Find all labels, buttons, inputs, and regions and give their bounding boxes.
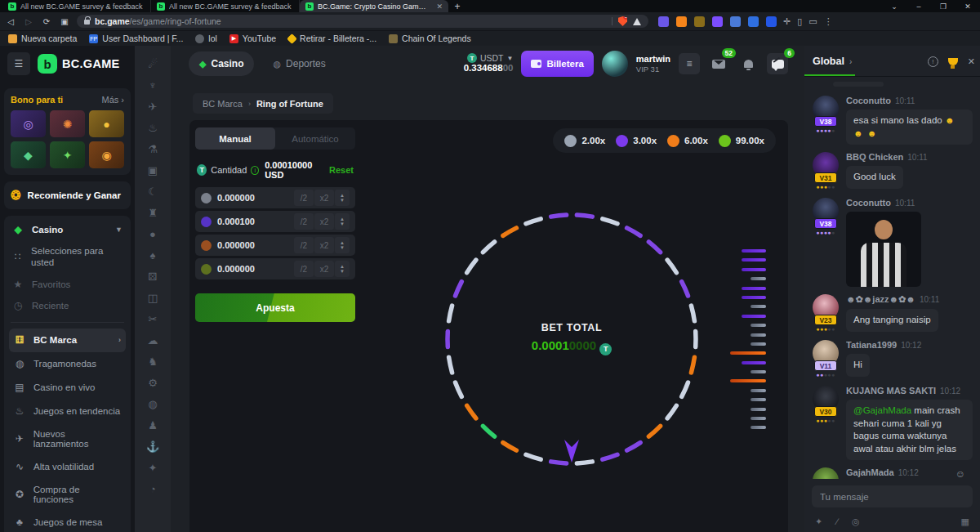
wallet-button[interactable]: Billetera — [521, 51, 593, 77]
sidebar-item-nuevos-lanzamientos[interactable]: ✈Nuevos lanzamientos — [9, 423, 126, 455]
chat-close-icon[interactable]: ✕ — [968, 56, 975, 67]
user-avatar[interactable] — [602, 51, 628, 77]
double-button[interactable]: x2 — [314, 261, 334, 277]
bet-input[interactable]: 0.000000 — [217, 193, 255, 203]
back-icon[interactable]: ◁ — [5, 17, 16, 26]
bookmark-lol[interactable]: lol — [195, 34, 217, 43]
kebab-menu-icon[interactable]: ⋮ — [824, 16, 833, 27]
bonus-tile-piggy[interactable]: ● — [89, 110, 124, 137]
bet-input[interactable]: 0.000000 — [217, 240, 255, 250]
game-shortcut-icon[interactable]: ▣ — [148, 163, 158, 177]
pen-icon[interactable]: ∕ — [836, 516, 838, 526]
rain-icon[interactable]: ✦ — [815, 516, 822, 527]
sidebar-item-favoritos[interactable]: ★ Favoritos — [9, 274, 126, 295]
puzzle-icon[interactable]: ✛ — [783, 16, 791, 27]
game-shortcut-icon[interactable]: ✦ — [149, 461, 158, 475]
browser-tab-1[interactable]: b All new BC.GAME survey & feedback — [2, 0, 151, 12]
sidebar-item-juegos-de-mesa[interactable]: ♣Juegos de mesa — [9, 511, 126, 532]
sidebar-item-casino-en-vivo[interactable]: ▤Casino en vivo — [9, 376, 126, 400]
avatar[interactable] — [813, 467, 839, 479]
tab-manual[interactable]: Manual — [195, 127, 275, 150]
game-shortcut-icon[interactable]: ◫ — [148, 291, 158, 305]
sidebar-toggle-icon[interactable]: ▯ — [797, 16, 802, 27]
game-shortcut-icon[interactable]: ◍ — [148, 397, 157, 411]
info-icon[interactable]: i — [251, 166, 259, 175]
mention[interactable]: @GajahMada — [853, 405, 911, 415]
double-button[interactable]: x2 — [314, 237, 334, 253]
extension-icon[interactable] — [712, 16, 723, 27]
game-shortcut-icon[interactable]: ⚙ — [148, 376, 158, 390]
game-shortcut-icon[interactable]: ♠ — [150, 248, 156, 262]
notifications-button[interactable] — [737, 53, 759, 74]
bcgame-logo[interactable]: b BC.GAME — [38, 54, 120, 74]
bookmark-chain-of-legends[interactable]: Chain Of Legends — [389, 34, 471, 43]
bonus-more-link[interactable]: Más › — [101, 95, 124, 105]
chat-input[interactable] — [812, 485, 973, 507]
game-shortcut-icon[interactable]: ♆ — [149, 78, 157, 92]
minimize-icon[interactable]: – — [906, 2, 931, 11]
bookmark-retirar[interactable]: Retirar - Billetera -... — [288, 34, 376, 43]
browser-tab-2[interactable]: b All new BC.GAME survey & feedback — [151, 0, 300, 12]
half-button[interactable]: /2 — [294, 237, 314, 253]
half-button[interactable]: /2 — [294, 261, 314, 277]
reset-button[interactable]: Reset — [329, 165, 354, 175]
inbox-button[interactable]: 52 — [708, 53, 729, 74]
close-icon[interactable]: ✕ — [956, 2, 980, 11]
extension-icon[interactable] — [658, 16, 669, 27]
chat-room-tab[interactable]: Global — [813, 56, 844, 67]
chevron-right-icon[interactable]: › — [849, 57, 852, 66]
double-button[interactable]: x2 — [314, 213, 334, 230]
game-shortcut-icon[interactable]: ✂ — [149, 312, 158, 326]
browser-menu-icon[interactable]: ⌄ — [882, 2, 906, 11]
sidebar-item-juegos-en-tendencia[interactable]: ♨Juegos en tendencia — [9, 400, 126, 423]
new-tab-button[interactable]: + — [448, 0, 466, 12]
refer-and-earn[interactable]: ❂ Recomiende y Ganar — [4, 181, 131, 209]
extension-icon[interactable] — [694, 16, 705, 27]
chat-toggle-button[interactable]: 6 — [767, 53, 788, 74]
bookmark-user-dashboard[interactable]: FPUser Dashboard | F... — [89, 34, 183, 43]
bonus-tile-coin[interactable]: ◉ — [89, 141, 124, 168]
extension-icon[interactable] — [676, 16, 687, 27]
sidebar-item-compra-de-funciones[interactable]: ✪Compra de funciones — [9, 479, 126, 511]
balance-selector[interactable]: TUSDT▼ 0.33468800 — [464, 53, 514, 74]
trophy-icon[interactable] — [948, 58, 958, 65]
reload-icon[interactable]: ⟳ — [41, 17, 52, 26]
brave-rewards-icon[interactable] — [633, 18, 641, 25]
brave-shield-icon[interactable]: 10 — [618, 16, 627, 26]
wallet-panel-icon[interactable]: ▭ — [808, 16, 817, 27]
game-shortcut-icon[interactable]: ♜ — [148, 206, 158, 220]
game-shortcut-icon[interactable]: ☾ — [148, 185, 158, 199]
bonus-tile-cash[interactable]: ✦ — [50, 141, 85, 168]
sidebar-item-alta-volatilidad[interactable]: ∿Alta volatilidad — [9, 455, 126, 479]
chat-rules-icon[interactable]: ! — [928, 56, 938, 67]
stepper[interactable]: ▲▼ — [335, 213, 350, 230]
game-shortcut-icon[interactable]: ● — [149, 227, 156, 241]
extension-icon[interactable] — [748, 16, 759, 27]
game-shortcut-icon[interactable]: ☁ — [148, 333, 158, 347]
tab-close-icon[interactable]: ✕ — [433, 2, 443, 11]
sidebar-item-bc-marca[interactable]: ⚅ BC Marca › — [9, 329, 126, 352]
reading-list-icon[interactable]: ▣ — [59, 17, 70, 26]
bonus-tile-wheel[interactable]: ✺ — [50, 110, 85, 137]
bet-input[interactable]: 0.000100 — [217, 217, 255, 226]
bookmark-nueva-carpeta[interactable]: Nueva carpeta — [8, 34, 77, 43]
chat-image-message[interactable] — [846, 212, 921, 287]
tab-casino[interactable]: ◆ Casino — [189, 51, 254, 76]
tab-deportes[interactable]: ◍ Deportes — [262, 51, 336, 76]
profile-menu-button[interactable]: ≡ — [679, 53, 700, 74]
half-button[interactable]: /2 — [294, 213, 314, 230]
breadcrumb-parent[interactable]: BC Marca — [203, 99, 243, 109]
sidebar-item-tragamonedas[interactable]: ◍Tragamonedas — [9, 352, 126, 376]
bet-button[interactable]: Apuesta — [195, 293, 355, 322]
gif-icon[interactable]: ▦ — [961, 516, 969, 527]
game-shortcut-icon[interactable]: ♨ — [148, 121, 158, 135]
extension-icon[interactable] — [766, 16, 777, 27]
tab-automatico[interactable]: Automático — [275, 127, 355, 150]
half-button[interactable]: /2 — [294, 190, 314, 206]
sidebar-item-reciente[interactable]: ◷ Reciente — [9, 295, 126, 316]
emoji-picker-icon[interactable]: ☺ — [956, 468, 965, 480]
game-shortcut-icon[interactable]: ✈ — [149, 100, 158, 114]
double-button[interactable]: x2 — [314, 190, 334, 206]
game-shortcut-icon[interactable]: ♟ — [148, 418, 158, 432]
stepper[interactable]: ▲▼ — [335, 237, 350, 253]
